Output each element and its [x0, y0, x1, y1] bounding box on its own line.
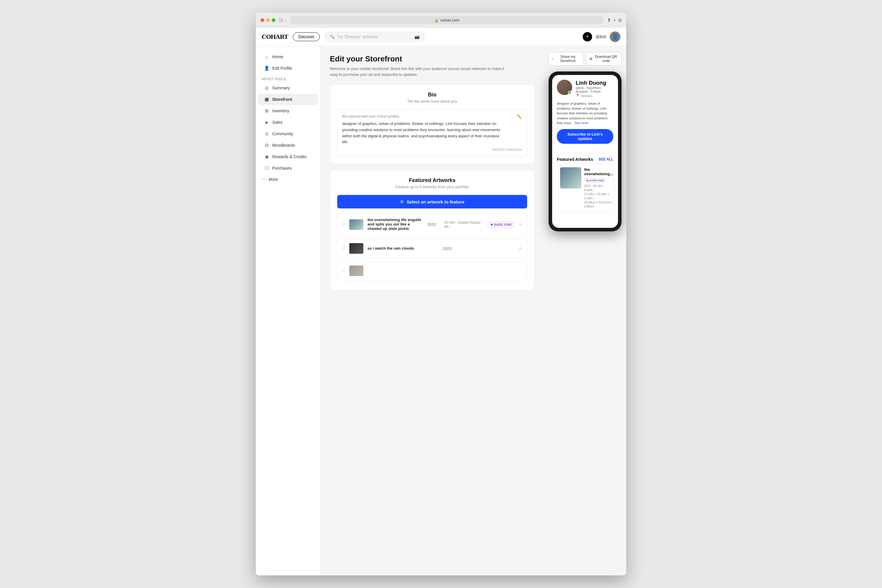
sidebar-more-label: More: [269, 177, 278, 182]
location-icon: 📍: [576, 94, 580, 98]
sidebar-item-purchases[interactable]: ☐ Purchases: [258, 163, 318, 174]
bio-card: Bio Tell the world more about you Bio (s…: [330, 84, 534, 164]
share-storefront-button[interactable]: ↑ Share my Storefront: [549, 52, 584, 66]
download-qr-button[interactable]: ⊞ Download QR code: [586, 52, 621, 66]
close-window-button[interactable]: [261, 18, 264, 22]
verified-icon: [568, 91, 572, 94]
artwork-thumbnail: [349, 266, 363, 276]
sidebar-moodboards-label: Moodboards: [272, 143, 295, 148]
share-page-icon[interactable]: ⬆: [607, 17, 611, 23]
drag-handle-icon[interactable]: ⠿: [342, 268, 345, 273]
share-storefront-label: Share my Storefront: [555, 55, 580, 63]
purchases-icon: ☐: [264, 165, 269, 171]
profile-icon: 👤: [264, 66, 269, 71]
page-description: Welcome to your mobile storefront! Share…: [330, 66, 512, 77]
discover-button[interactable]: Discover: [293, 32, 320, 41]
sidebar-edit-profile-label: Edit Profile: [272, 66, 292, 70]
header-right: + @linh 👤: [583, 32, 620, 42]
sidebar-item-rewards[interactable]: ◉ Rewards & Credits: [258, 151, 318, 162]
mobile-preview: Linh Duong @linh · they/them · designer …: [549, 72, 621, 231]
mobile-username: Linh Duong: [576, 80, 613, 86]
url-bar[interactable]: 🔒 cohart.com: [290, 16, 604, 24]
location-text: Vietnam: [580, 94, 592, 98]
artwork-row: ⠿ the overwhelming life engulfs and spit…: [337, 213, 527, 236]
remove-artwork-button[interactable]: ✕: [518, 222, 522, 227]
browser-window: ⊡ ‹ 🔒 cohart.com ⬆ + ⧉ COHART Discover 🔍…: [256, 13, 626, 575]
artwork-row: ⠿: [337, 261, 527, 280]
star-icon: ☆: [400, 199, 404, 204]
back-button[interactable]: ‹: [285, 17, 286, 23]
main-content: Edit your Storefront Welcome to your mob…: [321, 46, 544, 575]
sidebar-more[interactable]: ⋯ More: [256, 174, 320, 184]
see-all-link[interactable]: SEE ALL: [598, 157, 613, 161]
mobile-screen: Linh Duong @linh · they/them · designer …: [552, 75, 618, 228]
sidebar-item-sales[interactable]: ◈ Sales: [258, 117, 318, 128]
bio-edit-icon[interactable]: ✏️: [517, 114, 522, 119]
sidebar-item-edit-profile[interactable]: 👤 Edit Profile: [258, 63, 318, 74]
bio-card-title: Bio: [337, 92, 527, 98]
community-icon: ⊙: [264, 131, 269, 136]
qr-icon: ⊞: [590, 57, 592, 61]
app-logo: COHART: [262, 33, 288, 40]
mobile-location: 📍 Vietnam: [576, 94, 613, 98]
artwork-row: ⠿ as i watch the rain clouds 2023 ✕: [337, 239, 527, 258]
select-artwork-label: Select an artwork to feature: [406, 200, 465, 204]
more-dots-icon: ⋯: [262, 177, 266, 182]
mobile-avatar: [557, 80, 572, 95]
tabs-icon[interactable]: ⧉: [618, 18, 621, 23]
app-header: COHART Discover 🔍 Try "Dreamy" artworks …: [256, 27, 626, 46]
subscribe-button[interactable]: Subscribe to Linh's updates: [557, 129, 613, 144]
mobile-profile-header: Linh Duong @linh · they/them · designer …: [552, 75, 618, 153]
camera-icon[interactable]: 📷: [414, 34, 420, 39]
rare-label: RARE FIND: [494, 223, 512, 226]
sidebar: ⌂ Home 👤 Edit Profile ARTIST TOOLS ◎ Sum…: [256, 46, 321, 575]
bio-text[interactable]: designer of graphics, solver of problems…: [342, 121, 504, 145]
featured-artworks-card: Featured Artworks Feature up to 5 artwor…: [330, 170, 534, 291]
search-icon: 🔍: [330, 34, 334, 39]
username-label: @linh: [596, 34, 606, 39]
drag-handle-icon[interactable]: ⠿: [342, 222, 345, 227]
bio-card-subtitle: Tell the world more about you: [337, 99, 527, 104]
sidebar-item-moodboards[interactable]: ⊟ Moodboards: [258, 140, 318, 151]
url-text: cohart.com: [440, 18, 459, 22]
select-artwork-button[interactable]: ☆ Select an artwork to feature: [337, 195, 527, 208]
mobile-profile-top: Linh Duong @linh · they/them · designer …: [557, 80, 613, 98]
browser-actions: ⬆ + ⧉: [607, 17, 621, 23]
new-tab-icon[interactable]: +: [613, 18, 616, 23]
bio-label: Bio (synced with your Cohart profile): [342, 114, 522, 118]
lock-icon: 🔒: [434, 18, 439, 22]
remove-artwork-button[interactable]: ✕: [518, 246, 522, 251]
mobile-artwork-title: the overwhelming...: [584, 167, 613, 176]
sidebar-item-summary[interactable]: ◎ Summary: [258, 82, 318, 93]
rare-find-badge: ◆ RARE FIND: [487, 221, 515, 228]
sidebar-summary-label: Summary: [272, 86, 290, 90]
share-icon: ↑: [552, 57, 554, 61]
mobile-handle: @linh: [576, 86, 584, 90]
minimize-window-button[interactable]: [266, 18, 270, 22]
sidebar-item-inventory[interactable]: ⊞ Inventory: [258, 105, 318, 116]
page-title: Edit your Storefront: [330, 54, 534, 63]
mobile-artwork-info: the overwhelming... ◆ RARE FIND 2023 · O…: [584, 167, 613, 209]
inventory-icon: ⊞: [264, 108, 269, 114]
artwork-row-right: ◆ RARE FIND ✕: [487, 221, 522, 228]
sidebar-item-storefront[interactable]: ▦ Storefront: [258, 94, 318, 105]
mobile-featured-title: Featured Artworks: [557, 157, 593, 162]
mobile-bio: designer of graphics, solver of problems…: [557, 101, 613, 126]
create-button[interactable]: +: [583, 32, 592, 42]
sidebar-item-home[interactable]: ⌂ Home: [258, 51, 318, 62]
sidebar-toggle-icon[interactable]: ⊡: [279, 17, 283, 23]
sidebar-item-community[interactable]: ⊙ Community: [258, 128, 318, 140]
artwork-row-middle: 2023: [443, 246, 514, 251]
sidebar-sales-label: Sales: [272, 120, 282, 124]
see-more-link[interactable]: See more: [574, 121, 589, 124]
maximize-window-button[interactable]: [272, 18, 276, 22]
sidebar-inventory-label: Inventory: [272, 108, 289, 113]
sidebar-community-label: Community: [272, 131, 293, 136]
browser-navigation: ⊡ ‹: [279, 17, 286, 23]
bio-box: Bio (synced with your Cohart profile) de…: [337, 110, 527, 157]
search-bar[interactable]: 🔍 Try "Dreamy" artworks 📷: [325, 32, 424, 42]
mobile-user-info: Linh Duong @linh · they/them · designer …: [576, 80, 613, 98]
sidebar-purchases-label: Purchases: [272, 166, 292, 171]
drag-handle-icon[interactable]: ⠿: [342, 246, 345, 251]
avatar[interactable]: 👤: [610, 32, 620, 42]
